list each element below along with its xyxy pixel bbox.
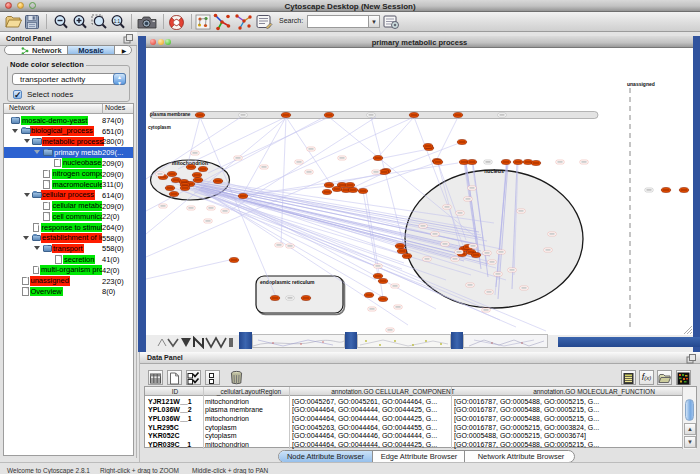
svg-text:endoplasmic reticulum: endoplasmic reticulum	[260, 279, 315, 285]
svg-text:nucleus: nucleus	[484, 168, 504, 174]
svg-text:unassigned: unassigned	[627, 81, 655, 87]
svg-text:cytoplasm: cytoplasm	[148, 125, 171, 130]
svg-text:1:1: 1:1	[114, 19, 121, 24]
svg-text:plasma membrane: plasma membrane	[150, 112, 191, 117]
